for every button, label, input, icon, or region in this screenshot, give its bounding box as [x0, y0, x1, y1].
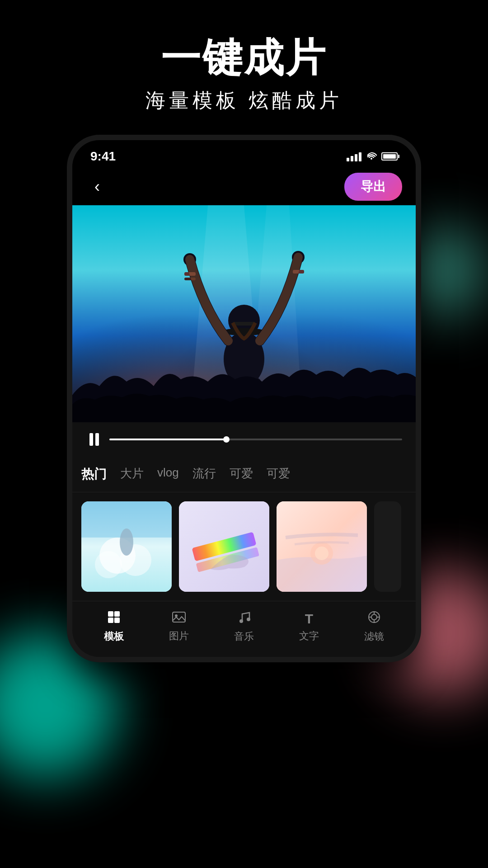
template-card-1[interactable]: [81, 501, 172, 592]
bottom-toolbar: 模板 图片 音乐 T 文字: [72, 601, 416, 657]
timeline-thumb: [223, 436, 230, 443]
svg-point-17: [95, 551, 122, 578]
timeline-progress: [109, 439, 226, 440]
svg-point-25: [315, 547, 328, 560]
hero-section: 一键成片 海量模板 炫酷成片: [0, 36, 488, 114]
template-image-2: [179, 501, 269, 592]
timeline-track[interactable]: [109, 439, 402, 440]
template-card-3[interactable]: [277, 501, 367, 592]
svg-point-33: [247, 618, 250, 621]
status-icons: [347, 151, 398, 162]
music-icon: [238, 610, 250, 627]
nav-bar: ‹ 导出: [72, 168, 416, 205]
tab-cute2[interactable]: 可爱: [267, 464, 290, 485]
tab-movie[interactable]: 大片: [120, 464, 144, 485]
playback-controls: [72, 422, 416, 457]
pause-button[interactable]: [86, 431, 102, 448]
svg-point-32: [239, 619, 243, 623]
toolbar-template[interactable]: 模板: [104, 610, 124, 643]
status-bar: 9:41: [72, 140, 416, 168]
concert-scene: [72, 205, 416, 422]
svg-rect-8: [233, 322, 255, 326]
image-icon: [172, 611, 186, 627]
back-button[interactable]: ‹: [86, 175, 108, 198]
video-player[interactable]: [72, 205, 416, 422]
template-icon: [107, 610, 121, 627]
template-card-2[interactable]: [179, 501, 269, 592]
text-icon: T: [305, 611, 313, 627]
template-image-3: [277, 501, 367, 592]
tab-trend[interactable]: 流行: [192, 464, 216, 485]
template-grid: [72, 492, 416, 601]
export-button[interactable]: 导出: [344, 173, 402, 201]
svg-point-19: [120, 528, 133, 556]
template-card-4[interactable]: [374, 501, 401, 592]
toolbar-template-label: 模板: [104, 630, 124, 643]
signal-icon: [347, 151, 361, 161]
pause-icon: [89, 433, 99, 446]
tab-hot[interactable]: 热门: [81, 464, 107, 485]
sub-title: 海量模板 炫酷成片: [0, 87, 488, 114]
svg-point-35: [371, 614, 377, 620]
template-image-1: [81, 501, 172, 592]
svg-rect-26: [108, 611, 113, 617]
main-title: 一键成片: [0, 36, 488, 80]
tab-vlog[interactable]: vlog: [157, 464, 179, 485]
category-tabs: 热门 大片 vlog 流行 可爱 可爱: [72, 457, 416, 492]
toolbar-image-label: 图片: [169, 629, 189, 643]
status-time: 9:41: [90, 149, 116, 164]
toolbar-filter[interactable]: 滤镜: [364, 610, 384, 643]
back-arrow-icon: ‹: [94, 177, 100, 196]
toolbar-music[interactable]: 音乐: [234, 610, 254, 643]
battery-icon: [381, 152, 398, 160]
toolbar-music-label: 音乐: [234, 630, 254, 643]
svg-rect-29: [114, 618, 120, 623]
toolbar-text-label: 文字: [299, 629, 319, 643]
timeline-row: [86, 431, 402, 448]
phone-mockup: 9:41 ‹ 导出: [72, 140, 416, 657]
filter-icon: [367, 610, 381, 627]
toolbar-text[interactable]: T 文字: [299, 611, 319, 643]
svg-rect-30: [173, 612, 185, 622]
svg-rect-27: [114, 611, 120, 617]
toolbar-filter-label: 滤镜: [364, 630, 384, 643]
svg-rect-28: [108, 618, 113, 623]
tab-cute1[interactable]: 可爱: [230, 464, 253, 485]
wifi-icon: [366, 151, 377, 162]
toolbar-image[interactable]: 图片: [169, 611, 189, 643]
